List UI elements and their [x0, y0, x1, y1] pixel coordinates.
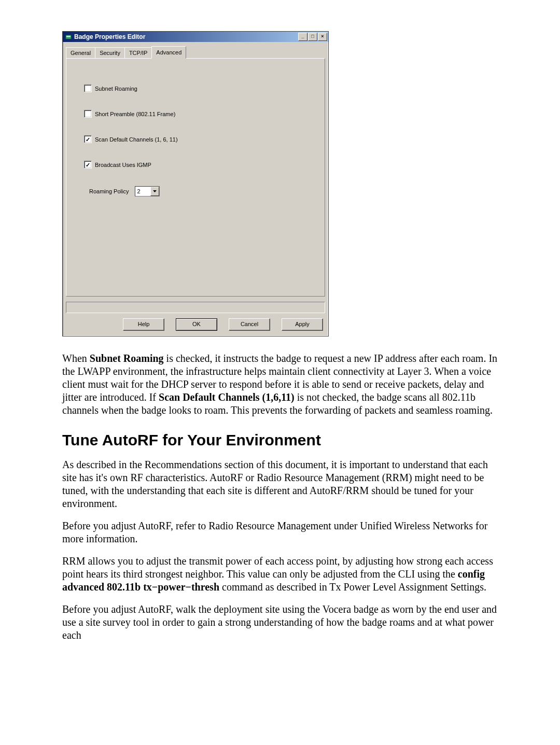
button-row: Help OK Cancel Apply: [63, 315, 328, 336]
chevron-down-icon: [150, 187, 159, 196]
short-preamble-label: Short Preamble (802.11 Frame): [95, 111, 175, 117]
roaming-policy-value: 2: [135, 188, 150, 194]
roaming-policy-select[interactable]: 2: [135, 186, 160, 196]
paragraph-1: When Subnet Roaming is checked, it instr…: [62, 352, 498, 417]
app-icon: [65, 33, 72, 40]
cancel-button[interactable]: Cancel: [229, 318, 270, 331]
scan-default-channels-label: Scan Default Channels (1, 6, 11): [95, 136, 178, 143]
svg-rect-1: [66, 36, 71, 37]
paragraph-4: RRM allows you to adjust the transmit po…: [62, 555, 498, 594]
short-preamble-checkbox[interactable]: [84, 110, 92, 118]
badge-properties-dialog: Badge Properties Editor _ □ × General Se…: [62, 31, 329, 336]
tab-advanced[interactable]: Advanced: [151, 46, 186, 59]
section-heading-autorf: Tune AutoRF for Your Environment: [62, 431, 498, 449]
tab-strip: General Security TCP/IP Advanced: [63, 42, 328, 58]
apply-button[interactable]: Apply: [282, 318, 323, 331]
subnet-roaming-checkbox[interactable]: [84, 85, 92, 92]
ok-button[interactable]: OK: [176, 318, 217, 331]
paragraph-5: Before you adjust AutoRF, walk the deplo…: [62, 603, 498, 642]
paragraph-3: Before you adjust AutoRF, refer to Radio…: [62, 519, 498, 545]
window-controls: _ □ ×: [298, 33, 327, 41]
advanced-panel: Subnet Roaming Short Preamble (802.11 Fr…: [66, 58, 325, 297]
subnet-roaming-label: Subnet Roaming: [95, 86, 137, 92]
tab-general[interactable]: General: [66, 47, 95, 58]
tab-tcpip[interactable]: TCP/IP: [124, 47, 152, 58]
titlebar: Badge Properties Editor _ □ ×: [63, 32, 328, 42]
paragraph-2: As described in the Recommendations sect…: [62, 458, 498, 510]
help-button[interactable]: Help: [123, 318, 164, 331]
maximize-button[interactable]: □: [308, 33, 317, 41]
svg-marker-2: [153, 190, 157, 192]
roaming-policy-label: Roaming Policy: [89, 188, 129, 194]
broadcast-igmp-checkbox[interactable]: ✓: [84, 161, 92, 168]
minimize-button[interactable]: _: [298, 33, 307, 41]
tab-security[interactable]: Security: [95, 47, 125, 58]
titlebar-text: Badge Properties Editor: [74, 33, 298, 40]
broadcast-igmp-label: Broadcast Uses IGMP: [95, 162, 151, 168]
close-button[interactable]: ×: [318, 33, 327, 41]
scan-default-channels-checkbox[interactable]: ✓: [84, 135, 92, 143]
status-bar: [66, 302, 325, 313]
